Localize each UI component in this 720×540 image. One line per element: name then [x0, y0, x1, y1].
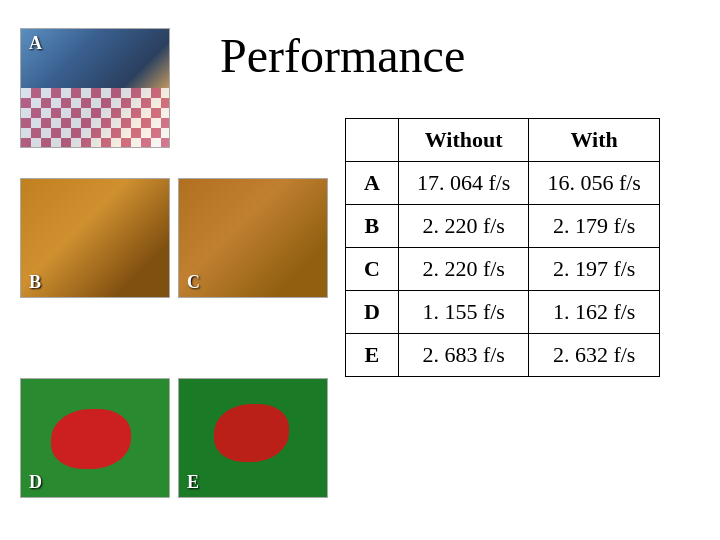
table-row: C2. 220 f/s2. 197 f/s: [346, 248, 660, 291]
table-cell-with: 2. 179 f/s: [529, 205, 660, 248]
table-cell-with: 1. 162 f/s: [529, 291, 660, 334]
table-row: D1. 155 f/s1. 162 f/s: [346, 291, 660, 334]
image-a: [20, 28, 170, 148]
table-cell-without: 2. 220 f/s: [398, 205, 529, 248]
image-c: [178, 178, 328, 298]
table-cell-with: 2. 197 f/s: [529, 248, 660, 291]
table-cell-label: C: [346, 248, 399, 291]
table-cell-label: B: [346, 205, 399, 248]
table-cell-without: 2. 220 f/s: [398, 248, 529, 291]
table-cell-label: A: [346, 162, 399, 205]
image-b: [20, 178, 170, 298]
table-header-blank: [346, 119, 399, 162]
table-cell-with: 16. 056 f/s: [529, 162, 660, 205]
table-cell-with: 2. 632 f/s: [529, 334, 660, 377]
table-row: A17. 064 f/s16. 056 f/s: [346, 162, 660, 205]
image-e: [178, 378, 328, 498]
page-title: Performance: [220, 28, 465, 83]
image-d: [20, 378, 170, 498]
table-row: B2. 220 f/s2. 179 f/s: [346, 205, 660, 248]
table-cell-without: 1. 155 f/s: [398, 291, 529, 334]
table-cell-label: E: [346, 334, 399, 377]
table-cell-label: D: [346, 291, 399, 334]
table-row: E2. 683 f/s2. 632 f/s: [346, 334, 660, 377]
table-header-without: Without: [398, 119, 529, 162]
table-cell-without: 2. 683 f/s: [398, 334, 529, 377]
table-cell-without: 17. 064 f/s: [398, 162, 529, 205]
table-header-with: With: [529, 119, 660, 162]
performance-table: Without With A17. 064 f/s16. 056 f/sB2. …: [345, 118, 660, 377]
